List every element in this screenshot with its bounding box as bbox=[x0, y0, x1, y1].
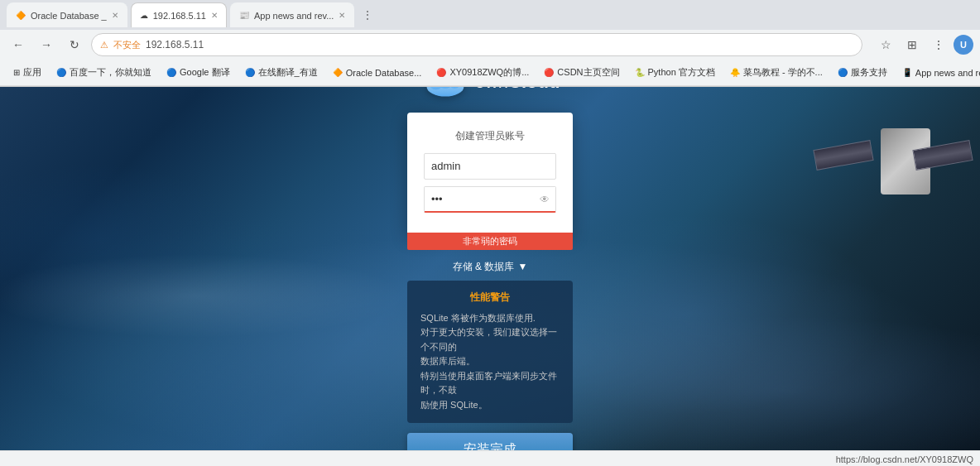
bookmark-oracle-icon: 🔶 bbox=[333, 68, 343, 77]
tab-oracle-close[interactable]: ✕ bbox=[112, 11, 118, 20]
browser-chrome: 🔶 Oracle Database _ ✕ ☁ 192.168.5.11 ✕ 📰… bbox=[0, 0, 980, 87]
bookmark-youdao-label: 在线翻译_有道 bbox=[258, 66, 318, 79]
bookmark-youdao[interactable]: 🔵 在线翻译_有道 bbox=[238, 65, 324, 80]
bookmark-oracle[interactable]: 🔶 Oracle Database... bbox=[326, 66, 429, 79]
bookmark-app-news-icon: 📱 bbox=[902, 68, 912, 77]
svg-point-0 bbox=[426, 87, 464, 96]
browser-controls: ← → ↻ ⚠ 不安全 192.168.5.11 ☆ ⊞ ⋮ U bbox=[0, 30, 980, 60]
form-title: 创建管理员账号 bbox=[424, 128, 556, 142]
username-input[interactable] bbox=[424, 152, 556, 179]
warning-line1: SQLite 将被作为数据库使用. bbox=[420, 310, 560, 325]
more-tabs-button[interactable]: ⋮ bbox=[358, 3, 377, 26]
bookmark-service[interactable]: 🔵 服务支持 bbox=[831, 65, 894, 80]
bookmark-csdn[interactable]: 🔴 CSDN主页空间 bbox=[537, 65, 626, 80]
extensions-button[interactable]: ⊞ bbox=[901, 33, 924, 56]
username-group bbox=[424, 152, 556, 179]
satellite-decoration bbox=[814, 103, 963, 228]
menu-button[interactable]: ⋮ bbox=[927, 33, 950, 56]
warning-line5: 励使用 SQLite。 bbox=[420, 398, 560, 413]
bookmark-csdn-label: CSDN主页空间 bbox=[557, 66, 619, 79]
warning-line4: 特别当使用桌面客户端来同步文件时，不鼓 bbox=[420, 369, 560, 398]
bookmark-oracle-label: Oracle Database... bbox=[346, 68, 422, 78]
tab-active-close[interactable]: ✕ bbox=[211, 11, 218, 20]
bookmark-google-translate[interactable]: 🔵 Google 翻译 bbox=[160, 65, 237, 80]
toolbar-icons: ☆ ⊞ ⋮ U bbox=[874, 33, 973, 56]
satellite-panel-left bbox=[813, 140, 873, 171]
bookmark-runoob-icon: 🐥 bbox=[730, 68, 740, 77]
password-wrapper: 👁 bbox=[424, 185, 556, 212]
logo-cloud: × ownCloud bbox=[420, 87, 560, 98]
tab-bar: 🔶 Oracle Database _ ✕ ☁ 192.168.5.11 ✕ 📰… bbox=[0, 0, 980, 30]
bookmark-google-icon: 🔵 bbox=[166, 68, 176, 77]
tab-active-label: 192.168.5.11 bbox=[153, 11, 206, 21]
bookmark-google-label: Google 翻译 bbox=[180, 66, 230, 79]
logo-own: own bbox=[475, 87, 508, 91]
bookmark-python-label: Python 官方文档 bbox=[648, 66, 715, 79]
warning-line3: 数据库后端。 bbox=[420, 354, 560, 369]
logo-text: ownCloud bbox=[475, 87, 560, 92]
tab-active-favicon: ☁ bbox=[140, 11, 148, 20]
warning-box: 性能警告 SQLite 将被作为数据库使用. 对于更大的安装，我们建议选择一个不… bbox=[407, 280, 573, 422]
address-bar[interactable]: ⚠ 不安全 192.168.5.11 bbox=[91, 33, 862, 56]
star-button[interactable]: ☆ bbox=[874, 33, 897, 56]
bookmark-xy-blog[interactable]: 🔴 XY0918ZWQ的博... bbox=[430, 65, 536, 80]
status-url: https://blog.csdn.net/XY0918ZWQ bbox=[836, 454, 973, 464]
bookmark-service-label: 服务支持 bbox=[851, 66, 887, 79]
warning-title: 性能警告 bbox=[420, 290, 560, 304]
bookmark-baidu[interactable]: 🔵 百度一下，你就知道 bbox=[50, 65, 158, 80]
tab-active[interactable]: ☁ 192.168.5.11 ✕ bbox=[131, 2, 227, 27]
form-card: 创建管理员账号 👁 bbox=[407, 112, 573, 235]
password-toggle-icon[interactable]: 👁 bbox=[540, 193, 550, 204]
security-label: 不安全 bbox=[113, 39, 141, 51]
bookmark-app-news[interactable]: 📱 App news and rev... bbox=[896, 66, 980, 79]
tab-app-news-favicon: 📰 bbox=[239, 11, 249, 20]
tab-oracle-favicon: 🔶 bbox=[16, 11, 26, 20]
warning-line2: 对于更大的安装，我们建议选择一个不同的 bbox=[420, 325, 560, 354]
bookmark-service-icon: 🔵 bbox=[838, 68, 848, 77]
cloud-icon: × bbox=[420, 87, 470, 98]
storage-dropdown-icon: ▼ bbox=[517, 261, 527, 272]
bookmark-python[interactable]: 🐍 Python 官方文档 bbox=[628, 65, 722, 80]
weak-password-warning: 非常弱的密码 bbox=[407, 232, 573, 249]
tab-oracle[interactable]: 🔶 Oracle Database _ ✕ bbox=[7, 2, 127, 27]
tab-app-news[interactable]: 📰 App news and rev... ✕ bbox=[230, 2, 354, 27]
bookmark-python-icon: 🐍 bbox=[635, 68, 645, 77]
bookmark-runoob-label: 菜鸟教程 - 学的不... bbox=[743, 66, 823, 79]
tab-app-news-close[interactable]: ✕ bbox=[339, 11, 345, 20]
bookmark-csdn-icon: 🔴 bbox=[544, 68, 554, 77]
security-icon: ⚠ bbox=[100, 40, 108, 50]
bookmarks-bar: ⊞ 应用 🔵 百度一下，你就知道 🔵 Google 翻译 🔵 在线翻译_有道 🔶… bbox=[0, 60, 980, 86]
status-bar: https://blog.csdn.net/XY0918ZWQ bbox=[0, 450, 980, 466]
tab-app-news-label: App news and rev... bbox=[254, 11, 334, 21]
page-content: × ownCloud 创建管理员账号 👁 非常弱的密码 bbox=[0, 87, 980, 466]
bookmark-runoob[interactable]: 🐥 菜鸟教程 - 学的不... bbox=[723, 65, 829, 80]
bookmark-apps-label: 应用 bbox=[23, 66, 41, 79]
logo-area: × ownCloud bbox=[420, 87, 560, 98]
url-display: 192.168.5.11 bbox=[146, 39, 204, 50]
tab-oracle-label: Oracle Database _ bbox=[31, 11, 107, 21]
storage-section[interactable]: 存储 & 数据库 ▼ bbox=[453, 259, 528, 273]
reload-button[interactable]: ↻ bbox=[63, 33, 86, 56]
bookmark-apps[interactable]: ⊞ 应用 bbox=[7, 65, 48, 80]
bookmark-baidu-label: 百度一下，你就知道 bbox=[70, 66, 151, 79]
bookmark-baidu-icon: 🔵 bbox=[56, 68, 66, 77]
bookmark-app-news-label: App news and rev... bbox=[915, 68, 980, 78]
back-button[interactable]: ← bbox=[7, 33, 30, 56]
login-wrapper: × ownCloud 创建管理员账号 👁 非常弱的密码 bbox=[341, 87, 639, 466]
warning-text: SQLite 将被作为数据库使用. 对于更大的安装，我们建议选择一个不同的 数据… bbox=[420, 310, 560, 412]
logo-cloud-text: Cloud bbox=[508, 87, 560, 91]
bookmark-xy-label: XY0918ZWQ的博... bbox=[449, 66, 529, 79]
bookmark-apps-icon: ⊞ bbox=[13, 68, 20, 77]
bookmark-youdao-icon: 🔵 bbox=[245, 68, 255, 77]
forward-button[interactable]: → bbox=[35, 33, 58, 56]
profile-avatar[interactable]: U bbox=[954, 35, 973, 55]
bookmark-xy-icon: 🔴 bbox=[436, 68, 446, 77]
password-group: 👁 bbox=[424, 185, 556, 212]
password-input[interactable] bbox=[424, 185, 556, 212]
storage-label: 存储 & 数据库 bbox=[453, 259, 515, 273]
